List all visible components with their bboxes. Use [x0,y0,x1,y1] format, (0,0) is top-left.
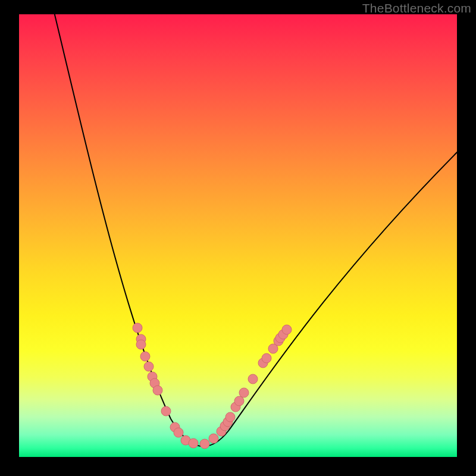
data-dot [209,434,218,443]
data-dot [140,352,150,361]
data-dot [174,428,183,437]
chart-svg [19,14,457,457]
dots-left-group [133,323,198,448]
data-dot [248,374,258,384]
chart-frame: TheBottleneck.com [0,0,476,476]
data-dot [161,406,171,416]
data-dot [144,362,154,371]
dots-right-group [200,325,292,449]
data-dot [234,396,244,406]
data-dot [262,353,271,363]
data-dot [133,323,142,333]
data-dot [282,325,292,334]
data-dot [153,386,162,395]
data-dot [136,340,146,349]
plot-area [19,14,457,457]
data-dot [239,388,249,397]
watermark-text: TheBottleneck.com [362,1,471,15]
data-dot [189,439,198,448]
data-dot [200,439,209,449]
data-dot [226,412,235,422]
